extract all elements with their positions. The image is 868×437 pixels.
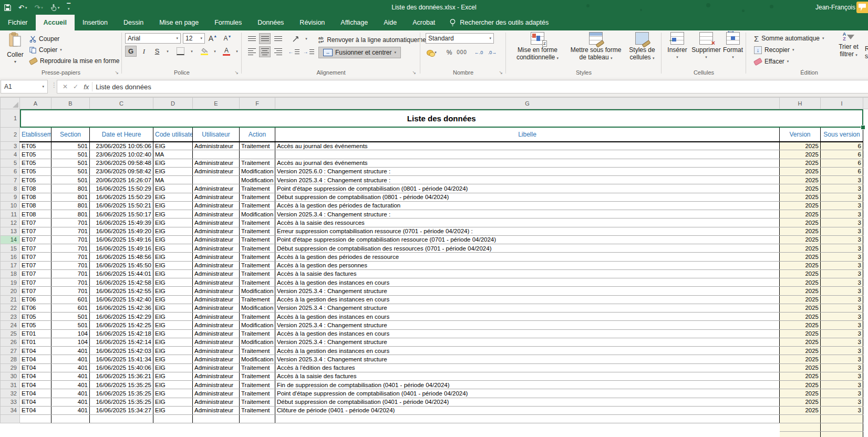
cell-F13[interactable]: Traitement [240, 227, 275, 235]
cell-C19[interactable]: 16/06/2025 15:42:58 [90, 278, 153, 287]
cell-B19[interactable]: 701 [51, 278, 90, 287]
row-header-3[interactable]: 3 [1, 142, 20, 150]
cell-H28[interactable]: 2025 [780, 355, 821, 363]
cell-H11[interactable]: 2025 [780, 210, 821, 218]
cell-G16[interactable]: Accès à la gestion des périodes de resso… [275, 253, 780, 261]
cell-I5[interactable]: 6 [821, 159, 863, 167]
cell-F9[interactable]: Traitement [240, 193, 275, 201]
row-header-23[interactable]: 23 [1, 313, 20, 321]
cell-E11[interactable]: Administrateur [193, 210, 240, 218]
cell-B24[interactable]: 501 [51, 321, 90, 329]
underline-chevron[interactable]: ▾ [162, 46, 173, 57]
cell-D32[interactable]: EIG [153, 389, 193, 398]
cell-I32[interactable]: 3 [821, 389, 863, 398]
customize-qat-icon[interactable]: ▔▾ [67, 4, 70, 11]
cell-F26[interactable]: Modification [240, 338, 275, 346]
cell-I24[interactable]: 3 [821, 321, 863, 329]
cell-G21[interactable]: Accès à la gestion des instances en cour… [275, 295, 780, 304]
dialog-launcher-icon[interactable]: ↘ [499, 70, 503, 75]
decrease-indent-icon[interactable]: ← [288, 46, 299, 57]
align-middle-icon[interactable] [259, 33, 271, 44]
cell-C30[interactable]: 16/06/2025 15:36:21 [90, 372, 153, 380]
cell-E29[interactable]: Administrateur [193, 363, 240, 372]
cell-C6[interactable]: 23/06/2025 09:58:42 [90, 167, 153, 175]
cell-E17[interactable]: Administrateur [193, 261, 240, 269]
cell-H7[interactable]: 2025 [780, 176, 821, 184]
cell-A8[interactable]: ET08 [20, 184, 51, 193]
cell-F15[interactable]: Traitement [240, 244, 275, 253]
cell-D31[interactable]: EIG [153, 381, 193, 389]
cell-H16[interactable]: 2025 [780, 253, 821, 261]
cell-E13[interactable]: Administrateur [193, 227, 240, 235]
cell-B29[interactable]: 401 [51, 363, 90, 372]
cell-F25[interactable]: Traitement [240, 329, 275, 338]
cell-C16[interactable]: 16/06/2025 15:48:56 [90, 253, 153, 261]
cell-F7[interactable]: Modification [240, 176, 275, 184]
row-header-1[interactable]: 1 [1, 109, 20, 128]
cell-A19[interactable]: ET07 [20, 278, 51, 287]
cell-B4[interactable]: 501 [51, 150, 90, 159]
undo-icon[interactable]: ↶▾ [18, 4, 27, 11]
cell-I26[interactable]: 3 [821, 338, 863, 346]
cell-G6[interactable]: Version 2025.6.0 : Changement structure … [275, 167, 780, 175]
cell-C24[interactable]: 16/06/2025 15:42:25 [90, 321, 153, 329]
cell-empty[interactable] [240, 415, 275, 423]
wrap-text-button[interactable]: abc↵ Renvoyer à la ligne automatiquement [318, 35, 431, 45]
cell-A20[interactable]: ET07 [20, 287, 51, 295]
cell-B3[interactable]: 501 [51, 142, 90, 150]
cell-empty[interactable] [90, 415, 153, 423]
row-header-20[interactable]: 20 [1, 287, 20, 295]
font-size-combo[interactable]: 12 ▾ [183, 33, 205, 44]
cell-empty[interactable] [51, 415, 90, 423]
cell-H32[interactable]: 2025 [780, 389, 821, 398]
cell-C4[interactable]: 23/06/2025 10:02:40 [90, 150, 153, 159]
clear-button[interactable]: Effacer ▾ [754, 56, 789, 67]
cell-C10[interactable]: 16/06/2025 15:50:21 [90, 201, 153, 210]
cell-C22[interactable]: 16/06/2025 15:42:36 [90, 304, 153, 312]
cell-G7[interactable]: Version 2025.3.4 : Changement structure … [275, 176, 780, 184]
cell-D28[interactable]: EIG [153, 355, 193, 363]
cell-H9[interactable]: 2025 [780, 193, 821, 201]
cell-I6[interactable]: 6 [821, 167, 863, 175]
cell-I3[interactable]: 6 [821, 142, 863, 150]
cell-E25[interactable]: Administrateur [193, 329, 240, 338]
cell-D29[interactable]: EIG [153, 363, 193, 372]
cell-E26[interactable]: Administrateur [193, 338, 240, 346]
cell-C3[interactable]: 23/06/2025 10:05:06 [90, 142, 153, 150]
column-header-E[interactable]: E [193, 98, 240, 109]
column-header-A[interactable]: A [20, 98, 51, 109]
tab-aide[interactable]: Aide [376, 15, 405, 30]
align-center-icon[interactable] [259, 46, 271, 57]
cell-empty[interactable] [275, 415, 780, 423]
cell-I18[interactable]: 3 [821, 269, 863, 278]
cell-H3[interactable]: 2025 [780, 142, 821, 150]
cell-D12[interactable]: EIG [153, 218, 193, 227]
row-header-19[interactable]: 19 [1, 278, 20, 287]
merge-center-button[interactable]: ↔ Fusionner et centrer ▾ [318, 47, 401, 58]
cell-F30[interactable]: Traitement [240, 372, 275, 380]
cell-G31[interactable]: Fin de suppression de comptabilisation (… [275, 381, 780, 389]
cell-D7[interactable]: MA [153, 176, 193, 184]
decrease-decimal-icon[interactable]: .0→ [487, 47, 498, 58]
cell-F6[interactable]: Modification [240, 167, 275, 175]
cell-I33[interactable]: 3 [821, 398, 863, 406]
cell-B27[interactable]: 401 [51, 347, 90, 355]
cell-G14[interactable]: Point d'étape suppression de comptabilis… [275, 235, 780, 244]
cell-B7[interactable]: 501 [51, 176, 90, 184]
cell-D16[interactable]: EIG [153, 253, 193, 261]
cell-D23[interactable]: EIG [153, 313, 193, 321]
cell-B10[interactable]: 801 [51, 201, 90, 210]
cell-D6[interactable]: EIG [153, 167, 193, 175]
header-E2[interactable]: Utilisateur [193, 128, 240, 142]
cell-E32[interactable]: Administrateur [193, 389, 240, 398]
cell-C20[interactable]: 16/06/2025 15:42:55 [90, 287, 153, 295]
cell-I20[interactable]: 3 [821, 287, 863, 295]
cell-H21[interactable]: 2025 [780, 295, 821, 304]
cell-A16[interactable]: ET07 [20, 253, 51, 261]
cell-I19[interactable]: 3 [821, 278, 863, 287]
cell-D27[interactable]: EIG [153, 347, 193, 355]
row-header-12[interactable]: 12 [1, 218, 20, 227]
increase-font-icon[interactable]: A▲ [207, 33, 219, 44]
cell-A26[interactable]: ET01 [20, 338, 51, 346]
cell-D21[interactable]: EIG [153, 295, 193, 304]
